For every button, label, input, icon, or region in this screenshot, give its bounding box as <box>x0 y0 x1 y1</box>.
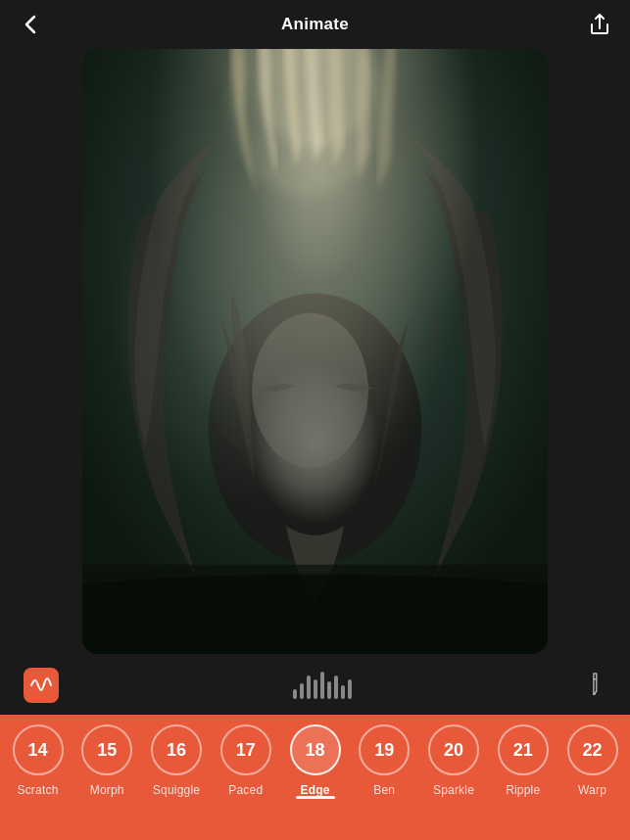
bar-1 <box>293 689 297 699</box>
pen-button[interactable] <box>578 668 612 702</box>
animation-item-sparkle[interactable]: 20Sparkle <box>422 724 486 797</box>
animation-label: Morph <box>90 783 124 797</box>
animation-item-squiggle[interactable]: 16Squiggle <box>145 724 209 797</box>
animation-item-warp[interactable]: 22Warp <box>560 724 624 797</box>
bar-7 <box>334 676 338 699</box>
animation-number: 21 <box>498 724 549 775</box>
toolbar <box>0 656 630 715</box>
animation-item-paced[interactable]: 17Paced <box>214 724 277 797</box>
animation-number: 19 <box>359 724 410 775</box>
animation-label: Scratch <box>17 783 58 797</box>
animation-label: Sparkle <box>433 783 474 797</box>
bar-3 <box>307 676 311 699</box>
artwork <box>82 49 548 654</box>
main-image <box>82 49 548 654</box>
animation-number: 22 <box>567 724 618 775</box>
animation-label: Ripple <box>506 783 540 797</box>
animation-item-ripple[interactable]: 21Ripple <box>491 724 555 797</box>
animation-number: 20 <box>428 724 479 775</box>
animation-label: Edge <box>300 783 329 797</box>
animation-number: 14 <box>13 724 64 775</box>
painting-overlay <box>82 49 548 654</box>
animation-label: Squiggle <box>153 783 200 797</box>
waveform-button[interactable] <box>24 668 59 703</box>
animation-item-edge[interactable]: 18Edge <box>283 724 347 797</box>
animation-item-scratch[interactable]: 14Scratch <box>6 724 70 797</box>
header: Animate <box>0 0 630 49</box>
animation-item-morph[interactable]: 15Morph <box>75 724 139 797</box>
bar-4 <box>314 679 317 699</box>
back-button[interactable] <box>16 10 45 39</box>
animation-number: 17 <box>220 724 271 775</box>
bar-6 <box>327 681 331 699</box>
share-button[interactable] <box>585 10 614 39</box>
animation-label: Paced <box>228 783 263 797</box>
animation-label: Warp <box>578 783 606 797</box>
animation-items-list: 14Scratch15Morph16Squiggle17Paced18Edge1… <box>0 724 630 797</box>
bar-5 <box>320 672 324 699</box>
audio-bars[interactable] <box>293 672 352 699</box>
bar-8 <box>341 685 345 699</box>
animation-bar: 14Scratch15Morph16Squiggle17Paced18Edge1… <box>0 715 630 840</box>
active-indicator <box>296 796 335 799</box>
animation-label: Ben <box>373 783 395 797</box>
page-title: Animate <box>281 15 349 34</box>
animation-number: 15 <box>81 724 132 775</box>
bar-9 <box>348 679 352 699</box>
animation-item-ben[interactable]: 19Ben <box>353 724 416 797</box>
animation-number: 16 <box>151 724 202 775</box>
bar-2 <box>300 683 304 699</box>
animation-number: 18 <box>290 724 341 775</box>
